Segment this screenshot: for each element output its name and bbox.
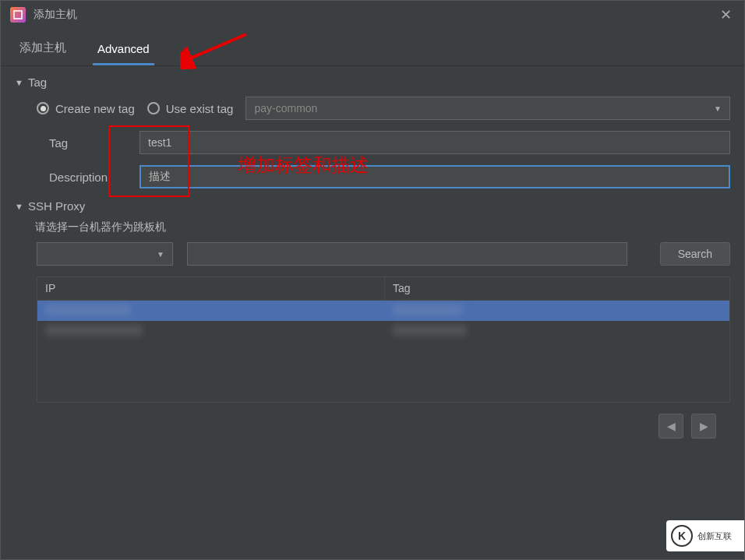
- radio-create-new-tag[interactable]: Create new tag: [37, 102, 135, 115]
- close-icon[interactable]: ✕: [717, 3, 735, 26]
- dialog-window: 添加主机 ✕ 添加主机 Advanced ▼ Tag Create new ta…: [0, 0, 745, 560]
- table-header: IP Tag: [37, 277, 729, 301]
- cell-tag: [385, 302, 729, 320]
- chevron-down-icon: ▼: [714, 104, 722, 113]
- ssh-proxy-header[interactable]: ▼ SSH Proxy: [15, 199, 730, 213]
- radio-create-label: Create new tag: [55, 102, 135, 115]
- tab-advanced[interactable]: Advanced: [93, 34, 154, 65]
- proxy-type-select[interactable]: ▼: [37, 242, 173, 266]
- tag-input[interactable]: [139, 131, 730, 154]
- exist-tag-value: pay-common: [254, 102, 317, 114]
- tag-mode-row: Create new tag Use exist tag pay-common …: [15, 97, 730, 120]
- tab-add-host[interactable]: 添加主机: [15, 33, 71, 65]
- cell-ip: [37, 302, 385, 320]
- proxy-table: IP Tag: [37, 276, 730, 403]
- titlebar: 添加主机 ✕: [1, 1, 744, 29]
- proxy-search-input[interactable]: [187, 242, 627, 266]
- tag-input-row: Tag: [15, 131, 730, 154]
- tab-bar: 添加主机 Advanced: [1, 29, 744, 66]
- radio-exist-label: Use exist tag: [166, 102, 234, 115]
- window-title: 添加主机: [34, 8, 77, 22]
- description-input[interactable]: [139, 165, 730, 188]
- watermark-logo-icon: K: [671, 525, 693, 547]
- tag-header-label: Tag: [28, 76, 47, 89]
- radio-use-exist-tag[interactable]: Use exist tag: [147, 102, 234, 115]
- col-tag[interactable]: Tag: [385, 277, 729, 300]
- description-label: Description: [49, 171, 127, 184]
- tag-label: Tag: [49, 136, 127, 150]
- ssh-hint: 请选择一台机器作为跳板机: [35, 220, 730, 234]
- cell-ip: [37, 322, 385, 340]
- ssh-header-label: SSH Proxy: [28, 199, 85, 213]
- table-body: [37, 301, 729, 402]
- proxy-search-row: ▼ Search: [15, 242, 730, 266]
- content-area: ▼ Tag Create new tag Use exist tag pay-c…: [1, 66, 744, 438]
- table-row[interactable]: [37, 301, 729, 321]
- pager: ◀ ▶: [15, 414, 716, 438]
- page-next-button[interactable]: ▶: [691, 414, 716, 438]
- collapse-icon: ▼: [15, 78, 23, 87]
- search-button[interactable]: Search: [660, 242, 730, 266]
- table-row[interactable]: [37, 321, 729, 341]
- description-row: Description: [15, 165, 730, 188]
- radio-icon: [37, 102, 49, 114]
- tag-section-header[interactable]: ▼ Tag: [15, 76, 730, 89]
- watermark-text: 创新互联: [697, 531, 732, 541]
- exist-tag-select[interactable]: pay-common ▼: [245, 97, 730, 120]
- chevron-down-icon: ▼: [157, 250, 164, 259]
- radio-icon: [147, 102, 160, 114]
- watermark: K 创新互联: [666, 520, 744, 551]
- page-prev-button[interactable]: ◀: [658, 414, 683, 438]
- cell-tag: [385, 322, 729, 340]
- col-ip[interactable]: IP: [37, 277, 385, 300]
- app-icon: [10, 7, 26, 23]
- collapse-icon: ▼: [15, 202, 23, 211]
